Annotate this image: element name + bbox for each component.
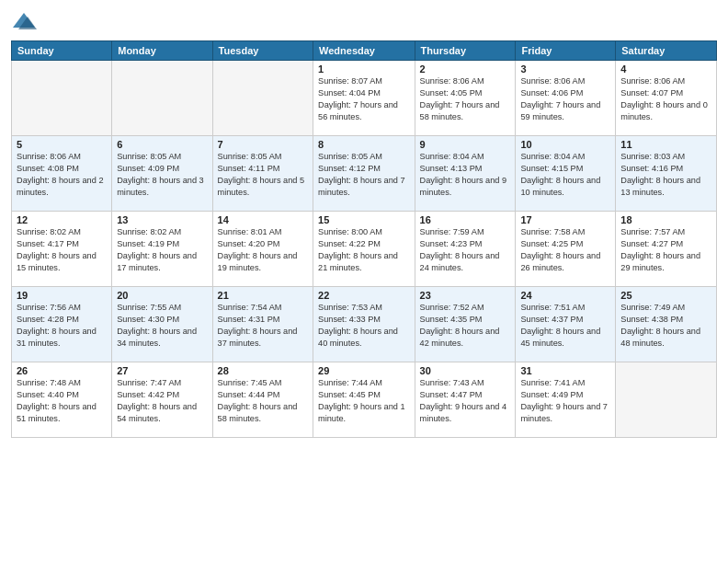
day-info: Sunrise: 7:54 AM Sunset: 4:31 PM Dayligh… [218, 302, 308, 350]
day-info: Sunrise: 8:04 AM Sunset: 4:15 PM Dayligh… [520, 151, 610, 199]
day-info: Sunrise: 7:55 AM Sunset: 4:30 PM Dayligh… [117, 302, 207, 350]
day-number: 15 [318, 214, 410, 225]
day-number: 3 [520, 63, 610, 75]
calendar-cell: 30Sunrise: 7:43 AM Sunset: 4:47 PM Dayli… [415, 362, 516, 438]
calendar-cell: 21Sunrise: 7:54 AM Sunset: 4:31 PM Dayli… [212, 287, 313, 362]
calendar-week-row: 1Sunrise: 8:07 AM Sunset: 4:04 PM Daylig… [12, 61, 717, 136]
calendar-cell [12, 61, 112, 136]
calendar-header-friday: Friday [516, 41, 616, 61]
day-info: Sunrise: 8:05 AM Sunset: 4:11 PM Dayligh… [218, 151, 308, 199]
day-number: 31 [520, 365, 610, 376]
calendar-cell: 16Sunrise: 7:59 AM Sunset: 4:23 PM Dayli… [415, 212, 516, 287]
day-info: Sunrise: 8:07 AM Sunset: 4:04 PM Dayligh… [318, 75, 410, 123]
calendar-cell: 4Sunrise: 8:06 AM Sunset: 4:07 PM Daylig… [616, 61, 717, 136]
day-number: 19 [17, 290, 107, 301]
day-info: Sunrise: 8:06 AM Sunset: 4:06 PM Dayligh… [520, 75, 610, 123]
calendar-week-row: 5Sunrise: 8:06 AM Sunset: 4:08 PM Daylig… [12, 136, 717, 212]
day-info: Sunrise: 8:05 AM Sunset: 4:12 PM Dayligh… [318, 151, 410, 199]
calendar-header-row: SundayMondayTuesdayWednesdayThursdayFrid… [12, 41, 717, 61]
day-info: Sunrise: 7:57 AM Sunset: 4:27 PM Dayligh… [620, 226, 711, 274]
calendar-cell: 14Sunrise: 8:01 AM Sunset: 4:20 PM Dayli… [212, 212, 313, 287]
calendar-header-thursday: Thursday [415, 41, 516, 61]
calendar-cell: 29Sunrise: 7:44 AM Sunset: 4:45 PM Dayli… [313, 362, 415, 438]
day-number: 11 [620, 139, 711, 150]
calendar-cell: 22Sunrise: 7:53 AM Sunset: 4:33 PM Dayli… [313, 287, 415, 362]
calendar-week-row: 26Sunrise: 7:48 AM Sunset: 4:40 PM Dayli… [12, 362, 717, 438]
calendar-week-row: 19Sunrise: 7:56 AM Sunset: 4:28 PM Dayli… [12, 287, 717, 362]
day-number: 4 [620, 63, 711, 75]
day-number: 1 [318, 63, 410, 75]
calendar-cell: 2Sunrise: 8:06 AM Sunset: 4:05 PM Daylig… [415, 61, 516, 136]
day-info: Sunrise: 8:00 AM Sunset: 4:22 PM Dayligh… [318, 226, 410, 274]
calendar-cell: 20Sunrise: 7:55 AM Sunset: 4:30 PM Dayli… [112, 287, 212, 362]
day-info: Sunrise: 8:03 AM Sunset: 4:16 PM Dayligh… [620, 151, 711, 199]
logo-icon [11, 9, 37, 35]
calendar-cell: 10Sunrise: 8:04 AM Sunset: 4:15 PM Dayli… [516, 136, 616, 212]
calendar-cell: 15Sunrise: 8:00 AM Sunset: 4:22 PM Dayli… [313, 212, 415, 287]
day-number: 10 [520, 139, 610, 150]
calendar-cell: 24Sunrise: 7:51 AM Sunset: 4:37 PM Dayli… [516, 287, 616, 362]
day-info: Sunrise: 7:49 AM Sunset: 4:38 PM Dayligh… [620, 302, 711, 350]
day-number: 24 [520, 290, 610, 301]
day-number: 16 [420, 214, 511, 225]
calendar-cell [212, 61, 313, 136]
calendar-cell: 23Sunrise: 7:52 AM Sunset: 4:35 PM Dayli… [415, 287, 516, 362]
day-number: 13 [117, 214, 207, 225]
day-info: Sunrise: 7:59 AM Sunset: 4:23 PM Dayligh… [420, 226, 511, 274]
day-info: Sunrise: 8:06 AM Sunset: 4:07 PM Dayligh… [620, 75, 711, 123]
day-info: Sunrise: 8:06 AM Sunset: 4:08 PM Dayligh… [17, 151, 107, 199]
calendar-cell: 13Sunrise: 8:02 AM Sunset: 4:19 PM Dayli… [112, 212, 212, 287]
page-header [11, 9, 717, 35]
day-number: 18 [620, 214, 711, 225]
day-number: 6 [117, 139, 207, 150]
calendar-cell: 8Sunrise: 8:05 AM Sunset: 4:12 PM Daylig… [313, 136, 415, 212]
calendar-cell: 11Sunrise: 8:03 AM Sunset: 4:16 PM Dayli… [616, 136, 717, 212]
calendar-cell: 18Sunrise: 7:57 AM Sunset: 4:27 PM Dayli… [616, 212, 717, 287]
calendar-cell: 3Sunrise: 8:06 AM Sunset: 4:06 PM Daylig… [516, 61, 616, 136]
logo [11, 9, 40, 35]
day-info: Sunrise: 8:02 AM Sunset: 4:17 PM Dayligh… [17, 226, 107, 274]
day-number: 2 [420, 63, 511, 75]
calendar: SundayMondayTuesdayWednesdayThursdayFrid… [11, 40, 717, 438]
calendar-cell: 26Sunrise: 7:48 AM Sunset: 4:40 PM Dayli… [12, 362, 112, 438]
calendar-cell: 25Sunrise: 7:49 AM Sunset: 4:38 PM Dayli… [616, 287, 717, 362]
day-info: Sunrise: 7:41 AM Sunset: 4:49 PM Dayligh… [520, 377, 610, 425]
calendar-cell: 5Sunrise: 8:06 AM Sunset: 4:08 PM Daylig… [12, 136, 112, 212]
day-number: 25 [620, 290, 711, 301]
calendar-week-row: 12Sunrise: 8:02 AM Sunset: 4:17 PM Dayli… [12, 212, 717, 287]
day-info: Sunrise: 7:53 AM Sunset: 4:33 PM Dayligh… [318, 302, 410, 350]
calendar-cell: 19Sunrise: 7:56 AM Sunset: 4:28 PM Dayli… [12, 287, 112, 362]
calendar-header-sunday: Sunday [12, 41, 112, 61]
calendar-header-monday: Monday [112, 41, 212, 61]
calendar-cell: 9Sunrise: 8:04 AM Sunset: 4:13 PM Daylig… [415, 136, 516, 212]
day-number: 9 [420, 139, 511, 150]
day-number: 12 [17, 214, 107, 225]
calendar-cell: 1Sunrise: 8:07 AM Sunset: 4:04 PM Daylig… [313, 61, 415, 136]
day-number: 30 [420, 365, 511, 376]
calendar-header-tuesday: Tuesday [212, 41, 313, 61]
day-number: 7 [218, 139, 308, 150]
day-info: Sunrise: 7:48 AM Sunset: 4:40 PM Dayligh… [17, 377, 107, 425]
calendar-header-saturday: Saturday [616, 41, 717, 61]
day-number: 26 [17, 365, 107, 376]
calendar-cell: 6Sunrise: 8:05 AM Sunset: 4:09 PM Daylig… [112, 136, 212, 212]
calendar-header-wednesday: Wednesday [313, 41, 415, 61]
calendar-cell [616, 362, 717, 438]
calendar-cell: 12Sunrise: 8:02 AM Sunset: 4:17 PM Dayli… [12, 212, 112, 287]
day-info: Sunrise: 8:06 AM Sunset: 4:05 PM Dayligh… [420, 75, 511, 123]
calendar-cell: 31Sunrise: 7:41 AM Sunset: 4:49 PM Dayli… [516, 362, 616, 438]
day-number: 17 [520, 214, 610, 225]
day-info: Sunrise: 8:04 AM Sunset: 4:13 PM Dayligh… [420, 151, 511, 199]
day-number: 28 [218, 365, 308, 376]
day-number: 21 [218, 290, 308, 301]
day-info: Sunrise: 8:01 AM Sunset: 4:20 PM Dayligh… [218, 226, 308, 274]
day-number: 23 [420, 290, 511, 301]
day-number: 27 [117, 365, 207, 376]
calendar-cell: 17Sunrise: 7:58 AM Sunset: 4:25 PM Dayli… [516, 212, 616, 287]
day-info: Sunrise: 7:45 AM Sunset: 4:44 PM Dayligh… [218, 377, 308, 425]
day-number: 29 [318, 365, 410, 376]
day-number: 22 [318, 290, 410, 301]
calendar-cell [112, 61, 212, 136]
day-number: 8 [318, 139, 410, 150]
day-number: 5 [17, 139, 107, 150]
